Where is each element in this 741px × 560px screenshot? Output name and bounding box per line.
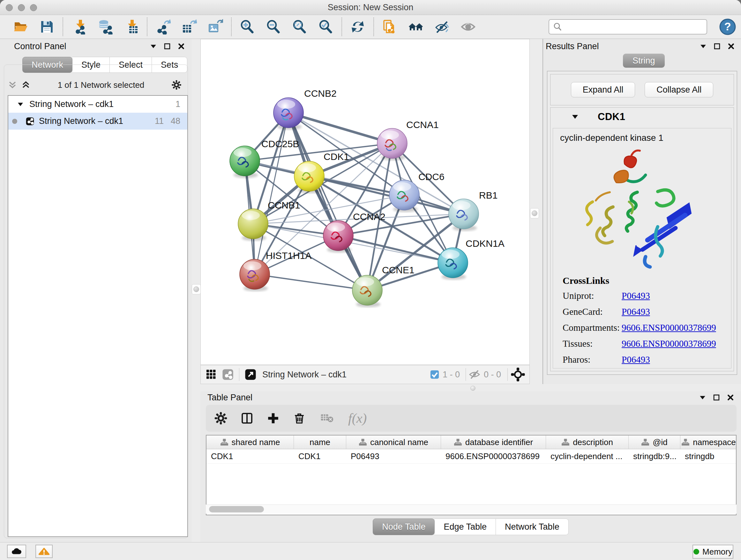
cloud-status-button[interactable]	[7, 545, 26, 558]
network-tree-child-row[interactable]: String Network – cdk1 11 48	[8, 113, 187, 130]
show-columns-icon[interactable]	[240, 412, 254, 425]
network-node-CDC6[interactable]	[389, 180, 419, 212]
detach-view-icon[interactable]	[245, 368, 257, 381]
collapse-all-networks-icon[interactable]	[8, 80, 17, 90]
add-column-icon[interactable]	[266, 412, 280, 425]
zoom-out-icon[interactable]	[266, 19, 281, 35]
column-header-name[interactable]: name	[294, 435, 346, 449]
tab-network-table[interactable]: Network Table	[496, 518, 569, 535]
table-cell[interactable]: CDK1	[206, 449, 294, 463]
left-splitter-grip[interactable]	[192, 284, 201, 294]
column-header-id[interactable]: @id	[629, 435, 680, 449]
zoom-in-icon[interactable]	[239, 19, 255, 35]
crosslink-link[interactable]: P06493	[622, 291, 650, 301]
column-header-namespace[interactable]: namespace	[680, 435, 737, 449]
table-row[interactable]: CDK1CDK1P064939606.ENSP00000378699cyclin…	[206, 449, 736, 463]
crosslink-link[interactable]: 9606.ENSP00000378699	[622, 322, 716, 333]
table-hscrollbar-thumb[interactable]	[209, 506, 264, 512]
table-cell[interactable]: cyclin-dependent ...	[546, 449, 629, 463]
panel-float-icon[interactable]	[164, 43, 171, 50]
network-node-CCNA2[interactable]	[323, 221, 353, 253]
network-edge[interactable]	[255, 274, 367, 290]
network-options-gear-icon[interactable]	[172, 80, 182, 90]
search-box[interactable]	[549, 19, 707, 35]
refresh-icon[interactable]	[350, 19, 366, 35]
network-node-RB1[interactable]	[449, 199, 479, 231]
zoom-selected-icon[interactable]	[318, 19, 334, 35]
navigate-crosshair-icon[interactable]	[511, 368, 525, 381]
network-node-CDK1[interactable]	[294, 161, 324, 193]
import-network-icon[interactable]	[71, 19, 87, 35]
column-header-sharedname[interactable]: shared name	[206, 435, 294, 449]
crosslink-link[interactable]: P06493	[622, 307, 650, 317]
table-menu-icon[interactable]	[699, 394, 706, 401]
save-floppy-icon[interactable]	[39, 19, 55, 35]
network-node-CDC25B[interactable]	[230, 146, 260, 178]
eye-disabled-icon[interactable]	[460, 19, 476, 35]
zoom-fit-icon[interactable]	[292, 19, 308, 35]
import-table-icon[interactable]	[123, 19, 139, 35]
network-canvas[interactable]: CCNB2CCNA1CDC25BCDK1CDC6RB1CCNB1CCNA2CDK…	[200, 39, 530, 365]
results-float-icon[interactable]	[714, 43, 721, 50]
table-cell[interactable]: stringdb:9...	[629, 449, 680, 463]
network-node-HIST1H1A[interactable]	[240, 259, 270, 292]
network-edge[interactable]	[288, 113, 367, 290]
protein-structure-image	[562, 144, 699, 272]
network-graph[interactable]: CCNB2CCNA1CDC25BCDK1CDC6RB1CCNB1CCNA2CDK…	[201, 39, 529, 365]
tab-string[interactable]: String	[623, 54, 665, 68]
network-tree-root-row[interactable]: String Network – cdk1 1	[8, 96, 187, 113]
tree-expand-icon[interactable]	[17, 102, 23, 107]
column-header-description[interactable]: description	[546, 435, 629, 449]
network-edge[interactable]	[288, 113, 392, 143]
export-image-icon[interactable]	[207, 19, 223, 35]
table-cell[interactable]: CDK1	[294, 449, 346, 463]
open-folder-icon[interactable]	[13, 19, 29, 35]
column-label: namespace	[693, 437, 736, 447]
tab-edge-table[interactable]: Edge Table	[434, 518, 496, 535]
collapse-all-button[interactable]: Collapse All	[645, 82, 713, 98]
search-input[interactable]	[564, 22, 703, 32]
warnings-button[interactable]	[36, 545, 53, 558]
table-settings-gear-icon[interactable]	[214, 412, 227, 425]
network-share-icon[interactable]	[222, 368, 234, 381]
table-hscrollbar[interactable]	[206, 504, 737, 514]
help-button[interactable]: ?	[719, 18, 736, 35]
horizontal-splitter[interactable]	[200, 384, 741, 391]
network-node-CDKN1A[interactable]	[438, 248, 468, 280]
table-cell[interactable]: P06493	[346, 449, 441, 463]
export-table-icon[interactable]	[181, 19, 197, 35]
table-cell[interactable]: 9606.ENSP00000378699	[441, 449, 546, 463]
node-label: CDC25B	[261, 138, 299, 149]
crosslink-link[interactable]: 9606.ENSP00000378699	[622, 338, 716, 349]
network-node-CCNA1[interactable]	[377, 128, 407, 161]
tab-node-table[interactable]: Node Table	[373, 518, 434, 535]
right-splitter-grip[interactable]	[530, 208, 539, 219]
crosslink-link[interactable]: P06493	[622, 354, 650, 365]
results-menu-icon[interactable]	[699, 43, 706, 50]
table-close-icon[interactable]	[727, 394, 734, 401]
cdk1-entry-header[interactable]: CDK1	[550, 108, 734, 126]
selected-nodes-checkbox-icon[interactable]	[430, 370, 440, 379]
network-node-CCNB1[interactable]	[238, 209, 268, 241]
column-header-databaseidentifier[interactable]: database identifier	[441, 435, 546, 449]
column-header-canonicalname[interactable]: canonical name	[346, 435, 441, 449]
expand-all-button[interactable]: Expand All	[571, 82, 635, 98]
entry-collapse-icon[interactable]	[571, 114, 579, 120]
hide-eye-icon[interactable]	[434, 19, 450, 35]
network-node-CCNE1[interactable]	[352, 275, 382, 307]
panel-close-icon[interactable]	[178, 43, 185, 50]
crosslinks-section: CrossLinks Uniprot:P06493GeneCard:P06493…	[562, 275, 731, 365]
memory-button[interactable]: Memory	[692, 545, 733, 559]
expand-all-networks-icon[interactable]	[21, 80, 30, 90]
copy-network-icon[interactable]	[382, 19, 398, 35]
import-database-icon[interactable]	[97, 19, 113, 35]
table-cell[interactable]: stringdb	[680, 449, 737, 463]
panel-menu-icon[interactable]	[150, 43, 157, 50]
results-close-icon[interactable]	[728, 43, 735, 50]
grid-view-icon[interactable]	[205, 368, 217, 381]
table-float-icon[interactable]	[713, 394, 720, 401]
homes-icon[interactable]	[408, 19, 424, 35]
horizontal-splitter-grip[interactable]	[470, 386, 475, 391]
delete-column-icon[interactable]	[293, 412, 306, 425]
export-network-icon[interactable]	[155, 19, 171, 35]
